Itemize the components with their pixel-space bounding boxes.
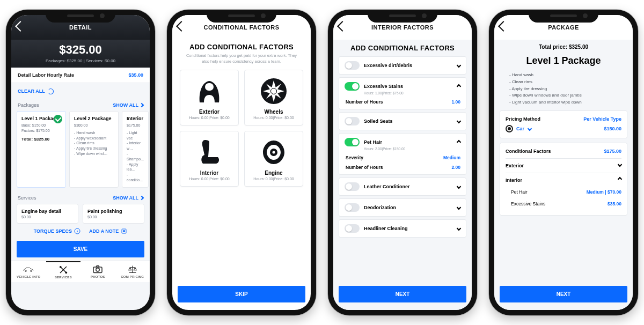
factor-name: Leather Conditioner <box>364 184 453 189</box>
note-icon <box>121 228 127 234</box>
factor-row[interactable]: Excessive Stains Hours: 1.00|Price: $75.… <box>339 77 466 109</box>
seat-icon <box>197 137 221 168</box>
svg-point-5 <box>60 266 62 268</box>
card-sub: Hours: 0.00|Price: $0.00 <box>189 177 229 181</box>
tab-photos[interactable]: PHOTOS <box>80 261 115 282</box>
package-card[interactable]: Level 2 Package $300.00 - Hand wash - Ap… <box>69 111 119 188</box>
toggle[interactable] <box>345 203 360 212</box>
group-name: Interior <box>506 178 522 183</box>
group-name: Exterior <box>506 163 524 168</box>
tab-services[interactable]: SERVICES <box>46 261 81 282</box>
factor-row[interactable]: Excessive dirt/debris <box>339 56 466 75</box>
toggle[interactable] <box>345 117 360 125</box>
tab-vehicle-info[interactable]: VEHICLE INFO <box>11 261 46 282</box>
tabbar: VEHICLE INFO SERVICES PHOTOS COM PRICING <box>11 261 150 282</box>
pricing-method-value[interactable]: Per Vehicle Type <box>583 116 621 122</box>
back-button[interactable] <box>178 23 188 33</box>
arrow-left-icon <box>498 21 509 32</box>
services-label: Services <box>18 195 36 201</box>
scale-icon <box>127 265 138 274</box>
wheel-icon <box>260 76 288 107</box>
detail-value[interactable]: 2.00 <box>451 165 460 170</box>
pricing-method-label: Pricing Method <box>506 116 540 122</box>
clear-all-button[interactable]: CLEAR ALL <box>18 88 54 94</box>
toggle[interactable] <box>345 224 360 233</box>
price-hero: $325.00 Packages: $325.00 | Services: $0… <box>11 40 150 68</box>
packages-scroll[interactable]: Level 1 Package Base: $150.00 Factors: $… <box>11 111 150 188</box>
detail-key: Severity <box>346 155 363 160</box>
vehicle-type-row[interactable]: Car $150.00 <box>506 125 621 132</box>
back-button[interactable] <box>500 23 510 33</box>
service-card[interactable]: Engine bay detail $0.00 <box>17 204 78 224</box>
factor-row[interactable]: Deodorization <box>339 198 466 217</box>
card-title: Engine <box>265 170 282 176</box>
detail-value[interactable]: 1.00 <box>451 99 460 105</box>
car-icon <box>23 265 34 274</box>
service-name: Paint polishing <box>87 209 140 214</box>
save-button[interactable]: SAVE <box>17 241 144 257</box>
show-all-services[interactable]: SHOW ALL <box>113 195 143 201</box>
torque-specs-button[interactable]: TORQUE SPECS <box>34 228 80 234</box>
hourly-rate-label: Detail Labor Hourly Rate <box>18 72 74 78</box>
group-row[interactable]: Interior <box>506 178 621 183</box>
svg-point-6 <box>65 271 67 274</box>
next-button[interactable]: NEXT <box>500 286 627 302</box>
chevron-down-icon <box>618 162 622 167</box>
package-name: Level 2 Package <box>74 116 114 121</box>
chevron-down-icon <box>457 184 461 189</box>
package-price: $300.00 <box>74 123 114 128</box>
cond-factors-label: Conditional Factors <box>506 149 551 154</box>
phone-detail: DETAIL $325.00 Packages: $325.00 | Servi… <box>6 10 155 315</box>
factor-row[interactable]: Pet Hair Hours: 2.00|Price: $150.00 Seve… <box>339 133 466 175</box>
factor-category-engine[interactable]: Engine Hours: 0.00|Price: $0.00 <box>244 131 303 187</box>
tab-com-pricing[interactable]: COM PRICING <box>115 261 150 282</box>
back-button[interactable] <box>339 23 349 33</box>
refresh-icon <box>48 88 54 94</box>
toggle[interactable] <box>345 82 360 91</box>
add-note-button[interactable]: ADD A NOTE <box>89 228 127 234</box>
svg-rect-9 <box>205 83 214 91</box>
package-line: Base: $150.00 <box>21 123 61 128</box>
tab-label: PHOTOS <box>91 275 105 278</box>
toggle[interactable] <box>345 61 360 70</box>
arrow-left-icon <box>176 21 187 32</box>
factor-category-interior[interactable]: Interior Hours: 0.00|Price: $0.00 <box>180 131 239 187</box>
chevron-down-icon <box>457 205 461 210</box>
factor-row[interactable]: Leather Conditioner <box>339 178 466 196</box>
toggle[interactable] <box>345 138 360 146</box>
chevron-up-icon <box>457 84 461 88</box>
factor-name: Excessive dirt/debris <box>364 63 453 68</box>
phone-interior-factors: INTERIOR FACTORS ADD CONDITIONAL FACTORS… <box>328 10 477 315</box>
skip-button[interactable]: SKIP <box>178 286 305 302</box>
factor-category-wheels[interactable]: Wheels Hours: 0.00|Price: $0.00 <box>244 70 303 125</box>
next-button[interactable]: NEXT <box>339 286 466 302</box>
vehicle-label: Car <box>516 126 524 131</box>
car-hood-icon <box>194 76 224 107</box>
svg-point-3 <box>25 270 27 272</box>
package-card[interactable]: Level 1 Package Base: $150.00 Factors: $… <box>17 111 66 188</box>
factor-row[interactable]: Headliner Cleaning <box>339 219 466 238</box>
checkmark-icon <box>54 115 62 123</box>
detail-value[interactable]: Medium <box>443 155 460 160</box>
factor-category-exterior[interactable]: Exterior Hours: 0.00|Price: $0.00 <box>180 70 239 125</box>
factor-line: Pet HairMedium | $70.00 <box>506 186 621 198</box>
hourly-rate-row: Detail Labor Hourly Rate $35.00 <box>11 68 150 83</box>
package-total: Total: $325.00 <box>21 137 61 142</box>
cond-factors-total: $175.00 <box>604 149 621 154</box>
package-bullets: - Light vac - Interior w… - Shampo… - Ap… <box>127 130 144 183</box>
show-all-packages[interactable]: SHOW ALL <box>113 102 143 108</box>
package-price: $175.00 <box>127 123 144 128</box>
hourly-rate-value[interactable]: $35.00 <box>128 72 143 78</box>
package-card[interactable]: Interior $175.00 - Light vac - Interior … <box>122 111 149 188</box>
wheel-icon <box>74 228 80 234</box>
factor-row[interactable]: Soiled Seats <box>339 112 466 130</box>
services-section-header: Services SHOW ALL <box>11 192 150 204</box>
back-button[interactable] <box>17 23 27 33</box>
service-card[interactable]: Paint polishing $0.00 <box>83 204 144 224</box>
group-row[interactable]: Exterior <box>506 163 621 168</box>
chevron-right-icon <box>140 196 144 200</box>
toggle[interactable] <box>345 182 360 191</box>
svg-point-1 <box>77 231 78 232</box>
factor-name: Headliner Cleaning <box>364 226 453 231</box>
chevron-down-icon <box>457 226 461 231</box>
